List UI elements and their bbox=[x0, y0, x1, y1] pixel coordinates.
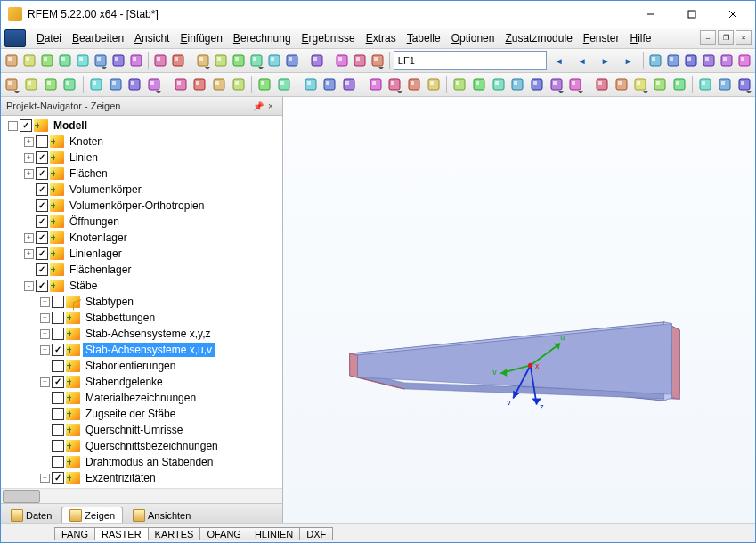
minimize-button[interactable] bbox=[630, 2, 671, 28]
toolbar-open-button[interactable] bbox=[20, 50, 37, 71]
tree-node[interactable]: Zugseite der Stäbe bbox=[3, 406, 282, 422]
tree-node[interactable]: +Stabbettungen bbox=[3, 310, 282, 326]
status-tab-fang[interactable]: FANG bbox=[54, 527, 95, 540]
menu-fenster[interactable]: Fenster bbox=[578, 30, 625, 46]
toolbar-node2-button[interactable] bbox=[41, 74, 60, 95]
toolbar-zoom-b-button[interactable] bbox=[612, 74, 630, 95]
status-tab-kartes[interactable]: KARTES bbox=[148, 527, 201, 540]
tree-checkbox[interactable] bbox=[52, 456, 64, 468]
status-tab-ofang[interactable]: OFANG bbox=[199, 527, 248, 540]
tree-node[interactable]: +Knoten bbox=[3, 134, 282, 150]
tree-checkbox[interactable] bbox=[52, 312, 64, 324]
toolbar-support-d-button[interactable] bbox=[145, 74, 164, 95]
toolbar-view-toggle-button[interactable] bbox=[369, 50, 386, 71]
tree-node[interactable]: +Knotenlager bbox=[3, 230, 282, 246]
toolbar-r1-button[interactable] bbox=[451, 74, 469, 95]
tree-node[interactable]: Drahtmodus an Stabenden bbox=[3, 454, 282, 470]
tree-node[interactable]: Materialbezeichnungen bbox=[3, 390, 282, 406]
toolbar-zoom-prev-button[interactable] bbox=[266, 50, 283, 71]
tree-node[interactable]: +Linienlager bbox=[3, 246, 282, 262]
toolbar-support-b-button[interactable] bbox=[106, 74, 125, 95]
tree-checkbox[interactable] bbox=[36, 167, 48, 180]
tree-expander[interactable]: + bbox=[40, 474, 50, 483]
tree-expander[interactable]: + bbox=[24, 249, 34, 259]
loadcase-nav-3[interactable]: ► bbox=[617, 50, 639, 71]
toolbar-view1-button[interactable] bbox=[351, 50, 368, 71]
tree-expander[interactable]: + bbox=[24, 153, 34, 163]
toolbar-load-area-button[interactable] bbox=[210, 74, 229, 95]
toolbar-curve-button[interactable] bbox=[61, 74, 79, 95]
toolbar-r6-button[interactable] bbox=[547, 74, 565, 95]
toolbar-results2-button[interactable] bbox=[340, 74, 359, 95]
toolbar-view-a-button[interactable] bbox=[696, 74, 715, 95]
status-tab-dxf[interactable]: DXF bbox=[299, 527, 333, 540]
toolbar-grid-button[interactable] bbox=[308, 50, 325, 71]
tree-expander[interactable]: + bbox=[24, 169, 34, 179]
loadcase-input[interactable] bbox=[394, 51, 547, 70]
toolbar-node-button[interactable] bbox=[3, 74, 21, 95]
loadcase-nav-2[interactable]: ► bbox=[594, 50, 616, 71]
tree-node[interactable]: +Exzentrizitäten bbox=[3, 470, 282, 486]
app-menu-icon[interactable] bbox=[4, 29, 26, 47]
navigator-tab-zeigen[interactable]: Zeigen bbox=[61, 507, 123, 523]
tree-node[interactable]: +Stabtypen bbox=[3, 294, 282, 310]
toolbar-r7-button[interactable] bbox=[566, 74, 585, 95]
tree-node[interactable]: +Linien bbox=[3, 150, 282, 166]
loadcase-nav-1[interactable]: ◄ bbox=[571, 50, 593, 71]
toolbar-load-node-button[interactable] bbox=[171, 74, 190, 95]
toolbar-layers-button[interactable] bbox=[333, 50, 350, 71]
tree-checkbox[interactable] bbox=[52, 392, 64, 404]
menu-ansicht[interactable]: Ansicht bbox=[129, 30, 175, 46]
tree-node[interactable]: +Stabendgelenke bbox=[3, 374, 282, 390]
toolbar-zoom-win-button[interactable] bbox=[231, 50, 248, 71]
toolbar-view-b-button[interactable] bbox=[716, 74, 735, 95]
tree-checkbox[interactable] bbox=[52, 376, 64, 388]
navigator-tab-daten[interactable]: Daten bbox=[3, 507, 60, 523]
maximize-button[interactable] bbox=[671, 2, 712, 28]
toolbar-tools-a-button[interactable] bbox=[366, 74, 385, 95]
loadcase-nav-0[interactable]: ◄ bbox=[548, 50, 570, 71]
view-tool-1[interactable] bbox=[665, 50, 682, 71]
menu-berechnung[interactable]: Berechnung bbox=[228, 30, 297, 46]
tree-expander[interactable]: + bbox=[40, 297, 50, 307]
tree-h-scrollbar[interactable] bbox=[1, 488, 282, 503]
mdi-minimize-button[interactable]: – bbox=[700, 30, 716, 45]
tree-checkbox[interactable] bbox=[52, 296, 64, 308]
mdi-close-button[interactable]: × bbox=[736, 30, 752, 45]
tree-checkbox[interactable] bbox=[36, 263, 48, 276]
menu-optionen[interactable]: Optionen bbox=[446, 30, 500, 46]
menu-einfügen[interactable]: Einfügen bbox=[175, 30, 227, 46]
toolbar-tools-d-button[interactable] bbox=[424, 74, 443, 95]
toolbar-model-button[interactable] bbox=[38, 50, 55, 71]
tree-checkbox[interactable] bbox=[36, 135, 48, 148]
tree-expander[interactable]: + bbox=[24, 137, 34, 147]
toolbar-load-b-button[interactable] bbox=[229, 74, 248, 95]
tree-checkbox[interactable] bbox=[36, 199, 48, 212]
tree-expander[interactable]: - bbox=[24, 281, 34, 291]
toolbar-zoom-sel-button[interactable] bbox=[284, 50, 301, 71]
toolbar-zoom-extents-button[interactable] bbox=[248, 50, 265, 71]
pin-icon[interactable]: 📌 bbox=[252, 100, 264, 112]
toolbar-new-button[interactable] bbox=[3, 50, 20, 71]
tree-checkbox[interactable] bbox=[52, 408, 64, 420]
toolbar-select-rect-button[interactable] bbox=[213, 50, 230, 71]
tree-checkbox[interactable] bbox=[36, 247, 48, 260]
tree-checkbox[interactable] bbox=[52, 360, 64, 372]
navigator-tab-ansichten[interactable]: Ansichten bbox=[125, 507, 199, 523]
toolbar-zoom-c-button[interactable] bbox=[631, 74, 650, 95]
menu-bearbeiten[interactable]: Bearbeiten bbox=[67, 30, 129, 46]
toolbar-page-button[interactable] bbox=[92, 50, 109, 71]
toolbar-material-button[interactable] bbox=[256, 74, 274, 95]
toolbar-line-button[interactable] bbox=[22, 74, 41, 95]
tree-node[interactable]: -Stäbe bbox=[3, 278, 282, 294]
toolbar-copy-button[interactable] bbox=[110, 50, 126, 71]
toolbar-results-button[interactable] bbox=[321, 74, 339, 95]
menu-zusatzmodule[interactable]: Zusatzmodule bbox=[500, 30, 577, 46]
toolbar-tools-c-button[interactable] bbox=[405, 74, 424, 95]
toolbar-redo-button[interactable] bbox=[170, 50, 187, 71]
toolbar-mesh-button[interactable] bbox=[301, 74, 320, 95]
tree-node[interactable]: Querschnittsbezeichnungen bbox=[3, 438, 282, 454]
tree-checkbox[interactable] bbox=[52, 472, 64, 484]
toolbar-support-button[interactable] bbox=[87, 74, 106, 95]
menu-datei[interactable]: Datei bbox=[31, 30, 67, 46]
